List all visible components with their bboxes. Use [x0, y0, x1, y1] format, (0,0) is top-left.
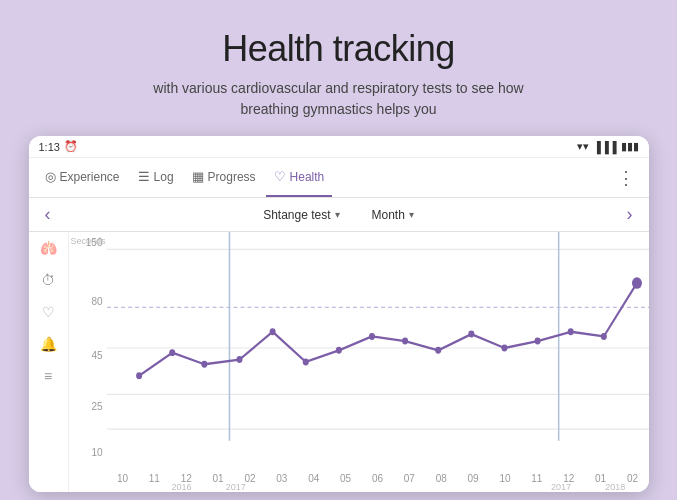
device-frame: 1:13 ⏰ ▾▾ ▐▐▐ ▮▮▮ ◎ Experience ☰ Log ▦ P…: [29, 136, 649, 492]
settings-sliders-icon[interactable]: ≡: [44, 368, 52, 384]
y-label-25: 25: [73, 402, 103, 412]
svg-point-13: [335, 347, 341, 354]
back-button[interactable]: ‹: [37, 204, 59, 225]
time-display: 1:13: [39, 141, 60, 153]
svg-point-15: [402, 338, 408, 345]
svg-point-17: [468, 331, 474, 338]
svg-point-8: [169, 349, 175, 356]
svg-point-21: [600, 333, 606, 340]
health-icon: ♡: [274, 169, 286, 184]
hero-subtitle: with various cardiovascular and respirat…: [153, 78, 523, 120]
log-icon: ☰: [138, 169, 150, 184]
heart-icon[interactable]: ♡: [42, 304, 55, 320]
svg-point-10: [236, 356, 242, 363]
period-select-value: Month: [372, 208, 405, 222]
hero-title: Health tracking: [153, 28, 523, 70]
svg-point-16: [435, 347, 441, 354]
svg-point-20: [567, 328, 573, 335]
nav-label-log: Log: [154, 170, 174, 184]
svg-point-9: [201, 361, 207, 368]
chart-sidebar: 🫁 ⏱ ♡ 🔔 ≡: [29, 232, 69, 492]
nav-label-health: Health: [290, 170, 325, 184]
year-2018: 2018: [605, 482, 625, 492]
test-select-value: Shtange test: [263, 208, 330, 222]
svg-point-14: [368, 333, 374, 340]
more-menu-icon[interactable]: ⋮: [611, 167, 641, 189]
svg-point-19: [534, 338, 540, 345]
nav-item-experience[interactable]: ◎ Experience: [37, 158, 128, 197]
y-axis: Seconds 150 80 45 25 10: [69, 232, 107, 464]
y-label-10: 10: [73, 448, 103, 458]
year-2017a: 2017: [226, 482, 246, 492]
status-bar: 1:13 ⏰ ▾▾ ▐▐▐ ▮▮▮: [29, 136, 649, 158]
progress-icon: ▦: [192, 169, 204, 184]
chart-svg: [107, 232, 649, 464]
svg-point-22: [631, 277, 641, 289]
status-right: ▾▾ ▐▐▐ ▮▮▮: [577, 140, 638, 153]
status-left: 1:13 ⏰: [39, 140, 78, 153]
svg-point-7: [136, 372, 142, 379]
chart-area: Seconds 150 80 45 25 10: [69, 232, 649, 492]
year-labels: 2016 2017 2017 2018: [107, 482, 649, 492]
chart-inner: [107, 232, 649, 464]
period-select[interactable]: Month ▾: [364, 206, 422, 224]
signal-icon: ▐▐▐: [593, 141, 616, 153]
experience-icon: ◎: [45, 169, 56, 184]
svg-point-11: [269, 328, 275, 335]
chart-container: 🫁 ⏱ ♡ 🔔 ≡ Seconds 150 80 45 25 10: [29, 232, 649, 492]
y-label-80: 80: [73, 297, 103, 307]
year-2016: 2016: [172, 482, 192, 492]
nav-label-experience: Experience: [60, 170, 120, 184]
nav-item-health[interactable]: ♡ Health: [266, 158, 333, 197]
test-select[interactable]: Shtange test ▾: [255, 206, 347, 224]
svg-point-12: [302, 358, 308, 365]
timer-icon[interactable]: ⏱: [41, 272, 55, 288]
test-select-arrow: ▾: [335, 209, 340, 220]
battery-icon: ▮▮▮: [621, 140, 639, 153]
y-unit-label: Seconds: [71, 236, 106, 246]
nav-item-log[interactable]: ☰ Log: [130, 158, 182, 197]
nav-bar: ◎ Experience ☰ Log ▦ Progress ♡ Health ⋮: [29, 158, 649, 198]
nav-label-progress: Progress: [208, 170, 256, 184]
svg-point-18: [501, 345, 507, 352]
lungs-icon[interactable]: 🫁: [40, 240, 57, 256]
forward-button[interactable]: ›: [619, 204, 641, 225]
bell-icon[interactable]: 🔔: [40, 336, 57, 352]
toolbar: ‹ Shtange test ▾ Month ▾ ›: [29, 198, 649, 232]
wifi-icon: ▾▾: [577, 140, 589, 153]
alarm-icon: ⏰: [64, 140, 78, 153]
y-label-45: 45: [73, 351, 103, 361]
nav-item-progress[interactable]: ▦ Progress: [184, 158, 264, 197]
period-select-arrow: ▾: [409, 209, 414, 220]
hero-section: Health tracking with various cardiovascu…: [113, 0, 563, 136]
year-2017b: 2017: [551, 482, 571, 492]
